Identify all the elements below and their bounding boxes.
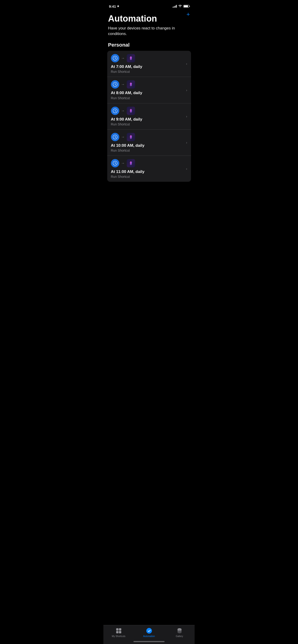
wifi-icon xyxy=(178,5,182,8)
signal-bar-1 xyxy=(173,7,173,8)
automation-title: At 7:00 AM, daily xyxy=(111,64,187,69)
shortcuts-logo xyxy=(128,108,133,113)
shortcuts-logo xyxy=(128,161,133,166)
shortcut-icon xyxy=(127,133,135,141)
signal-bar-4 xyxy=(176,5,177,8)
page-title: Automation xyxy=(108,14,190,24)
clock-icon xyxy=(111,133,119,141)
automation-item[interactable]: → At 7:00 AM, xyxy=(107,51,191,77)
shortcut-icon xyxy=(127,159,135,168)
chevron-right-icon: › xyxy=(186,114,187,118)
clock-icon xyxy=(111,54,119,62)
chevron-right-icon: › xyxy=(186,141,187,144)
automation-title: At 11:00 AM, daily xyxy=(111,169,187,174)
battery-icon xyxy=(183,5,189,8)
automation-icons-row: → xyxy=(111,54,187,62)
shortcut-icon xyxy=(127,80,135,88)
battery-fill xyxy=(184,5,188,7)
clock-icon xyxy=(111,80,119,88)
signal-bars xyxy=(173,5,177,8)
automation-subtitle: Run Shortcut xyxy=(111,175,187,178)
automation-subtitle: Run Shortcut xyxy=(111,96,187,100)
status-icons xyxy=(173,5,189,8)
clock-svg xyxy=(113,108,118,113)
shortcut-icon xyxy=(127,107,135,115)
clock-svg xyxy=(113,56,118,61)
chevron-right-icon: › xyxy=(186,62,187,66)
arrow-icon: → xyxy=(121,161,125,165)
shortcuts-logo xyxy=(128,82,133,87)
automation-subtitle: Run Shortcut xyxy=(111,122,187,126)
automation-icons-row: → xyxy=(111,107,187,115)
arrow-icon: → xyxy=(121,135,125,139)
location-icon xyxy=(117,5,119,8)
automation-title: At 8:00 AM, daily xyxy=(111,90,187,96)
automation-item[interactable]: → At 9:00 AM, xyxy=(107,104,191,130)
clock-svg xyxy=(113,82,118,87)
automation-subtitle: Run Shortcut xyxy=(111,70,187,74)
automation-item[interactable]: → At 11:00 AM, xyxy=(107,156,191,182)
automation-icons-row: → xyxy=(111,80,187,88)
automation-icons-row: → xyxy=(111,133,187,141)
arrow-icon: → xyxy=(121,56,125,60)
shortcut-icon xyxy=(127,54,135,62)
chevron-right-icon: › xyxy=(186,167,187,170)
page-header: + Automation Have your devices react to … xyxy=(104,11,195,48)
arrow-icon: → xyxy=(121,82,125,86)
chevron-right-icon: › xyxy=(186,88,187,92)
page-subtitle: Have your devices react to changes in co… xyxy=(108,26,190,37)
shortcuts-logo xyxy=(128,56,133,61)
automation-subtitle: Run Shortcut xyxy=(111,148,187,152)
shortcuts-logo xyxy=(128,134,133,140)
automation-list: → At 7:00 AM, xyxy=(107,51,191,182)
status-time: 9:41 xyxy=(109,4,119,8)
arrow-icon: → xyxy=(121,109,125,113)
clock-svg xyxy=(113,134,118,140)
automation-title: At 9:00 AM, daily xyxy=(111,117,187,122)
clock-icon xyxy=(111,107,119,115)
automation-title: At 10:00 AM, daily xyxy=(111,143,187,148)
signal-bar-3 xyxy=(175,6,176,8)
content-area: + Automation Have your devices react to … xyxy=(104,11,195,202)
signal-bar-2 xyxy=(174,6,175,8)
clock-icon xyxy=(111,159,119,168)
section-title: Personal xyxy=(108,42,190,48)
clock-svg xyxy=(113,161,118,166)
automation-item[interactable]: → At 10:00 AM, xyxy=(107,130,191,156)
add-button[interactable]: + xyxy=(186,11,190,17)
automation-item[interactable]: → At 8:00 AM, xyxy=(107,77,191,103)
automation-icons-row: → xyxy=(111,159,187,168)
status-bar: 9:41 xyxy=(104,0,195,11)
